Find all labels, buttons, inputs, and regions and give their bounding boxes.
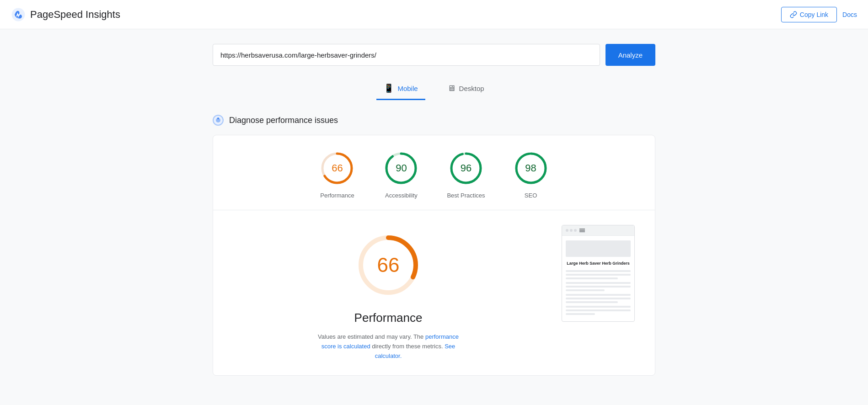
url-input[interactable] [213,44,600,66]
score-circle-seo: 98 [513,150,549,187]
header-actions: Copy Link Docs [781,7,857,22]
section-header: Diagnose performance issues [213,115,655,126]
svg-point-2 [217,117,219,119]
scores-row: 66 Performance 90 Accessibility [224,150,644,199]
tab-mobile-label: Mobile [397,85,418,92]
tab-desktop-label: Desktop [459,85,484,92]
lower-section: 66 Performance Values are estimated and … [224,210,644,375]
score-item-seo: 98 SEO [513,150,549,199]
screenshot-page-title: Large Herb Saver Herb Grinders [566,261,631,266]
ss-line-5 [566,286,631,288]
performance-note: Values are estimated and may vary. The p… [311,332,466,361]
dot-2 [570,229,573,232]
perf-note-suffix: directly from these metrics. [370,343,445,350]
screenshot-body: Large Herb Saver Herb Grinders [562,236,634,321]
url-bar-row: Analyze [213,44,655,66]
ss-line-12 [566,313,595,315]
score-value-performance: 66 [332,162,343,174]
score-label-seo: SEO [525,192,537,199]
device-tabs: 📱 Mobile 🖥 Desktop [213,79,655,100]
big-score-circle: 66 [352,229,425,302]
score-value-seo: 98 [525,162,536,174]
dot-3 [574,229,577,232]
ss-line-3 [566,277,618,279]
screenshot-frame: Large Herb Saver Herb Grinders [562,225,635,322]
score-value-best-practices: 96 [461,162,472,174]
ss-line-4 [566,282,631,284]
ss-line-2 [566,274,631,276]
tab-mobile[interactable]: 📱 Mobile [376,79,425,100]
app-title: PageSpeed Insights [30,9,120,21]
score-circle-accessibility: 90 [383,150,419,187]
score-item-accessibility: 90 Accessibility [383,150,419,199]
score-label-best-practices: Best Practices [447,192,485,199]
score-circle-best-practices: 96 [448,150,484,187]
score-value-accessibility: 90 [396,162,407,174]
dot-1 [566,229,568,232]
score-label-accessibility: Accessibility [385,192,418,199]
desktop-icon: 🖥 [447,84,455,93]
screenshot-panel: Large Herb Saver Herb Grinders [552,210,644,375]
ss-line-1 [566,270,631,272]
section-title: Diagnose performance issues [229,116,338,125]
perf-note-static: Values are estimated and may vary. The [318,333,425,340]
score-card: 66 Performance 90 Accessibility [213,135,655,376]
analyze-button[interactable]: Analyze [605,44,655,66]
copy-link-button[interactable]: Copy Link [781,7,837,22]
logo-area: PageSpeed Insights [11,7,120,22]
screenshot-dots [566,229,577,232]
ss-line-11 [566,309,631,311]
ss-line-7 [566,294,631,296]
mobile-icon: 📱 [384,83,394,93]
pagespeed-logo-icon [11,7,26,22]
spinner-icon [213,115,224,126]
score-item-performance: 66 Performance [319,150,355,199]
screenshot-product-image [566,240,631,257]
score-circle-performance: 66 [319,150,355,187]
score-label-performance: Performance [320,192,354,199]
performance-title: Performance [354,311,423,325]
hamburger-icon [579,228,585,233]
screenshot-header-bar [562,225,634,236]
performance-detail: 66 Performance Values are estimated and … [224,210,552,375]
app-header: PageSpeed Insights Copy Link Docs [0,0,868,29]
ss-line-10 [566,306,631,308]
big-score-value: 66 [377,254,400,277]
docs-link[interactable]: Docs [842,11,857,18]
score-item-best-practices: 96 Best Practices [447,150,485,199]
ss-line-8 [566,298,631,299]
link-icon [790,11,797,18]
main-content: Analyze 📱 Mobile 🖥 Desktop Diagnose perf… [205,29,663,390]
ss-line-6 [566,289,605,291]
tab-desktop[interactable]: 🖥 Desktop [440,79,492,100]
ss-line-9 [566,301,618,303]
